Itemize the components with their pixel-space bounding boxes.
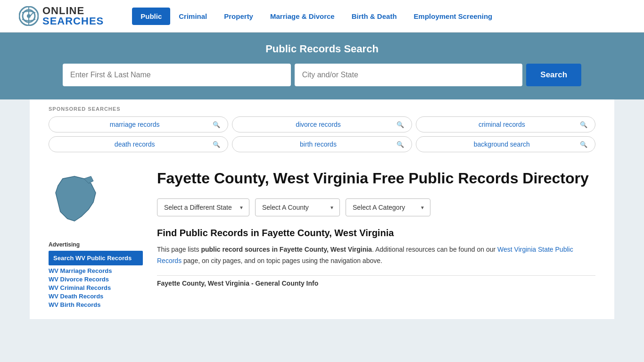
logo-online: ONLINE — [42, 6, 104, 16]
find-desc-part1: This page lists — [157, 246, 201, 253]
tag-birth-records[interactable]: birth records 🔍 — [232, 136, 412, 152]
nav-item-public[interactable]: Public — [132, 8, 170, 25]
sidebar-link-birth[interactable]: WV Birth Records — [49, 301, 143, 308]
logo-searches: SEARCHES — [42, 16, 104, 26]
search-icon-3: 🔍 — [580, 121, 587, 128]
nav-item-birth-death[interactable]: Birth & Death — [343, 8, 405, 25]
nav-item-property[interactable]: Property — [215, 8, 262, 25]
sidebar-link-death[interactable]: WV Death Records — [49, 293, 143, 300]
article-area: Fayette County, West Virginia Free Publi… — [157, 169, 595, 310]
page-body: Advertising Search WV Public Records WV … — [30, 160, 614, 319]
category-dropdown[interactable]: Select A Category — [346, 198, 430, 216]
tag-divorce-records[interactable]: divorce records 🔍 — [232, 116, 412, 132]
sponsored-section: SPONSORED SEARCHES marriage records 🔍 di… — [30, 99, 614, 160]
sidebar: Advertising Search WV Public Records WV … — [49, 169, 143, 310]
divider — [157, 275, 595, 276]
tag-death-records[interactable]: death records 🔍 — [49, 136, 228, 152]
search-icon-2: 🔍 — [396, 121, 404, 128]
find-description: This page lists public record sources in… — [157, 244, 595, 267]
search-banner: Public Records Search Search — [0, 33, 644, 99]
logo-text: ONLINE SEARCHES — [42, 6, 104, 26]
city-search-input[interactable] — [295, 64, 523, 86]
tag-marriage-records[interactable]: marriage records 🔍 — [49, 116, 228, 132]
search-icon-6: 🔍 — [580, 141, 587, 148]
search-icon-1: 🔍 — [213, 121, 220, 128]
tag-criminal-records[interactable]: criminal records 🔍 — [416, 116, 595, 132]
search-button[interactable]: Search — [526, 64, 581, 86]
state-dropdown[interactable]: Select a Different State — [157, 198, 249, 216]
tag-background-search[interactable]: background search 🔍 — [416, 136, 595, 152]
nav-item-criminal[interactable]: Criminal — [170, 8, 215, 25]
nav-item-marriage-divorce[interactable]: Marriage & Divorce — [262, 8, 343, 25]
category-dropdown-wrapper: Select A Category — [346, 198, 430, 216]
sponsored-label: SPONSORED SEARCHES — [49, 106, 595, 112]
wv-map-svg — [49, 169, 110, 230]
find-title: Find Public Records in Fayette County, W… — [157, 228, 595, 239]
banner-title: Public Records Search — [19, 43, 625, 55]
article-title: Fayette County, West Virginia Free Publi… — [157, 169, 595, 187]
logo-icon — [19, 6, 39, 26]
name-search-input[interactable] — [63, 64, 291, 86]
dropdowns-row: Select a Different State Select A County… — [157, 198, 595, 216]
state-map — [49, 169, 143, 232]
advertising-label: Advertising — [49, 241, 143, 248]
search-icon-5: 🔍 — [396, 141, 404, 148]
sidebar-link-marriage[interactable]: WV Marriage Records — [49, 267, 143, 274]
search-icon-4: 🔍 — [213, 141, 220, 148]
search-tags-grid: marriage records 🔍 divorce records 🔍 cri… — [49, 116, 595, 152]
find-desc-bold1: public record sources in Fayette County,… — [201, 246, 372, 253]
main-nav: Public Criminal Property Marriage & Divo… — [132, 8, 501, 25]
general-info-label: Fayette County, West Virginia - General … — [157, 280, 595, 287]
logo-area: ONLINE SEARCHES — [19, 6, 104, 26]
main-content: SPONSORED SEARCHES marriage records 🔍 di… — [30, 99, 614, 319]
county-dropdown[interactable]: Select A County — [255, 198, 340, 216]
county-dropdown-wrapper: Select A County — [255, 198, 340, 216]
nav-item-employment[interactable]: Employment Screening — [405, 8, 501, 25]
svg-line-4 — [30, 12, 33, 16]
find-desc-part3: page, on city pages, and on topic pages … — [182, 257, 382, 264]
svg-point-3 — [27, 14, 31, 18]
sidebar-ad-item[interactable]: Search WV Public Records — [49, 251, 143, 265]
find-desc-part2: . Additional resources can be found on o… — [372, 246, 497, 253]
search-row: Search — [63, 64, 581, 86]
state-dropdown-wrapper: Select a Different State — [157, 198, 249, 216]
sidebar-link-criminal[interactable]: WV Criminal Records — [49, 284, 143, 291]
header: ONLINE SEARCHES Public Criminal Property… — [0, 0, 644, 33]
sidebar-link-divorce[interactable]: WV Divorce Records — [49, 276, 143, 283]
